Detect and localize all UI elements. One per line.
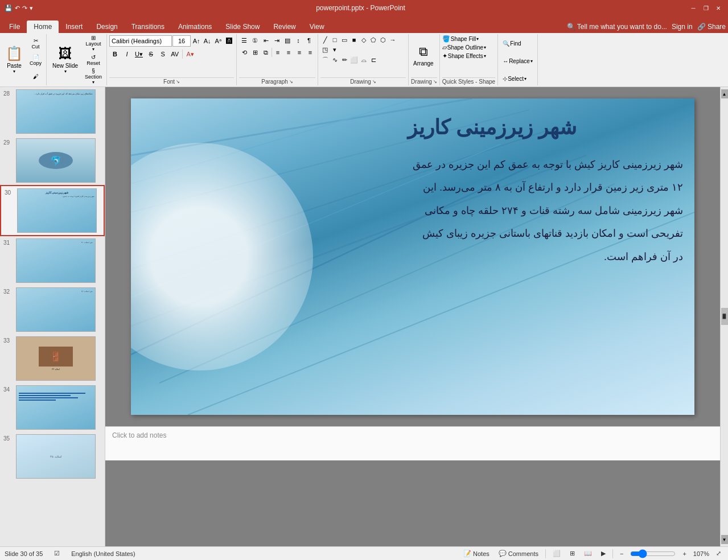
slide-thumb-28[interactable]: نشانه‌های زیر نشان می‌دهد که این جزیره د… xyxy=(16,89,96,134)
restore-button[interactable]: ❐ xyxy=(701,3,711,13)
shape-outline-dropdown[interactable]: ▾ xyxy=(484,45,486,50)
slide-item-34[interactable]: 34 xyxy=(0,383,105,432)
arrange-button[interactable]: ⧉ Arrange xyxy=(411,38,436,73)
font-size-input[interactable] xyxy=(172,35,191,47)
slide-item-28[interactable]: 28 نشانه‌های زیر نشان می‌دهد که این جزیر… xyxy=(0,87,105,136)
share-button[interactable]: 🔗 Share xyxy=(697,23,726,31)
tab-home[interactable]: Home xyxy=(27,20,59,33)
hexagon-shape[interactable]: ⬡ xyxy=(379,35,388,44)
slide-thumb-32[interactable]: متن اسلاید ۳۲ xyxy=(16,287,96,332)
rect2-shape[interactable]: ■ xyxy=(349,35,359,44)
italic-button[interactable]: I xyxy=(121,48,133,60)
tab-insert[interactable]: Insert xyxy=(59,20,89,33)
arc-shape[interactable]: ⌒ xyxy=(320,55,330,64)
minimize-button[interactable]: ─ xyxy=(688,3,698,13)
paste-button[interactable]: 📋 Paste ▾ xyxy=(2,42,26,77)
new-slide-dropdown-icon[interactable]: ▾ xyxy=(64,69,67,74)
convert-smartart-button[interactable]: ⧉ xyxy=(261,47,271,57)
paragraph-direction-button[interactable]: ¶ xyxy=(304,35,314,46)
layout-button[interactable]: ⊞ Layout ▾ xyxy=(83,35,104,51)
redo-icon[interactable]: ↷ xyxy=(22,5,27,12)
accessibility-button[interactable]: ☑ xyxy=(52,549,62,558)
layout-dropdown[interactable]: ▾ xyxy=(92,47,94,52)
textbox-shape[interactable]: ⬜ xyxy=(349,55,359,64)
text-direction-button[interactable]: ⟲ xyxy=(239,47,249,57)
slide-thumb-34[interactable] xyxy=(16,385,96,430)
slide-thumb-30[interactable]: شهر زیرزمینی کاریز شهر زیرزمینی کاریز کی… xyxy=(17,188,97,233)
tab-transitions[interactable]: Transitions xyxy=(125,20,171,33)
rounded-rect-shape[interactable]: ▭ xyxy=(340,35,349,44)
rect-shape[interactable]: □ xyxy=(330,35,339,44)
select-dropdown[interactable]: ▾ xyxy=(524,76,527,81)
right-scrollbar[interactable]: ▲ ▓ ▼ xyxy=(720,87,728,546)
normal-view-button[interactable]: ⬜ xyxy=(550,549,563,558)
find-button[interactable]: 🔍 Find xyxy=(500,35,523,51)
comments-button[interactable]: 💬 Comments xyxy=(496,549,541,558)
text-shadow-button[interactable]: S xyxy=(157,48,168,60)
slide-item-29[interactable]: 29 🐬 xyxy=(0,136,105,185)
slideshow-button[interactable]: ▶ xyxy=(599,549,608,558)
cut-button[interactable]: ✂ Cut xyxy=(27,35,44,51)
quick-access-toolbar[interactable]: 💾 ↶ ↷ ▾ xyxy=(5,5,33,12)
replace-button[interactable]: ↔ Replace ▾ xyxy=(500,53,535,69)
freeform-shape[interactable]: ✏ xyxy=(340,55,349,64)
line-spacing-button[interactable]: ↕ xyxy=(293,35,303,46)
scroll-down-button[interactable]: ▼ xyxy=(721,535,728,544)
align-center-button[interactable]: ≡ xyxy=(283,47,294,57)
tab-view[interactable]: View xyxy=(303,20,331,33)
reading-view-button[interactable]: 📖 xyxy=(582,549,594,558)
tab-file[interactable]: File xyxy=(2,20,27,33)
drawing-expand-icon[interactable]: ↘ xyxy=(372,79,376,84)
line-shape[interactable]: ╱ xyxy=(320,35,330,44)
bold-button[interactable]: B xyxy=(109,48,121,60)
more-shapes-button[interactable]: ▾ xyxy=(330,45,339,54)
justify-button[interactable]: ≡ xyxy=(305,47,315,57)
underline-button[interactable]: U▾ xyxy=(133,48,145,60)
slide-thumb-29[interactable]: 🐬 xyxy=(16,138,96,183)
sign-in-area[interactable]: 🔍 Tell me what you want to do... Sign in… xyxy=(567,23,726,33)
slide-thumb-33[interactable]: 🚪 اسلاید ۳۳ xyxy=(16,336,96,381)
tab-design[interactable]: Design xyxy=(89,20,124,33)
save-icon[interactable]: 💾 xyxy=(5,5,13,12)
slide-item-31[interactable]: 31 متن اسلاید ۳۱ xyxy=(0,236,105,285)
section-dropdown[interactable]: ▾ xyxy=(92,80,94,85)
column-button[interactable]: ▤ xyxy=(282,35,293,46)
slide-item-33[interactable]: 33 🚪 اسلاید ۳۳ xyxy=(0,334,105,383)
section-button[interactable]: § Section ▾ xyxy=(83,68,104,84)
scroll-thumb[interactable]: ▓ xyxy=(721,308,728,325)
change-case-button[interactable]: Aᵃ xyxy=(213,36,223,46)
font-name-input[interactable] xyxy=(109,35,172,47)
diamond-shape[interactable]: ◇ xyxy=(359,35,368,44)
curve-shape[interactable]: ∿ xyxy=(330,55,339,64)
font-color-button[interactable]: A▾ xyxy=(184,48,196,60)
shape-fill-label[interactable]: Shape Fill xyxy=(451,36,476,42)
clear-formatting-button[interactable]: 🅰 xyxy=(224,36,234,46)
font-size-decrease-button[interactable]: A↓ xyxy=(202,36,212,46)
arrow-shape[interactable]: → xyxy=(388,35,397,44)
slide-item-35[interactable]: 35 اسلاید ۳۵ xyxy=(0,432,105,481)
tab-animations[interactable]: Animations xyxy=(171,20,219,33)
zoom-in-button[interactable]: + xyxy=(680,549,688,558)
undo-icon[interactable]: ↶ xyxy=(15,5,20,12)
shape-outline-label[interactable]: Shape Outline xyxy=(447,44,483,51)
window-controls[interactable]: ─ ❐ ✕ xyxy=(688,3,723,13)
new-slide-button[interactable]: 🖼 New Slide ▾ xyxy=(49,42,81,77)
format-painter-button[interactable]: 🖌 xyxy=(27,68,44,84)
notes-area[interactable]: Click to add notes xyxy=(105,426,720,460)
shape-effects-label[interactable]: Shape Effects xyxy=(448,53,483,59)
font-size-increase-button[interactable]: A↑ xyxy=(191,36,201,46)
char-spacing-button[interactable]: AV xyxy=(169,48,180,60)
fit-window-button[interactable]: ⤢ xyxy=(714,549,723,558)
shape-effects-dropdown[interactable]: ▾ xyxy=(484,53,486,59)
align-right-button[interactable]: ≡ xyxy=(294,47,305,57)
shape-extra1[interactable]: ⌓ xyxy=(359,55,368,64)
close-button[interactable]: ✕ xyxy=(713,3,723,13)
reset-button[interactable]: ↺ Reset xyxy=(83,52,104,68)
slide-body[interactable]: شهر زیرزمینی کاریز کیش با توجه به عمق کم… xyxy=(159,155,683,270)
slide-item-32[interactable]: 32 متن اسلاید ۳۲ xyxy=(0,285,105,334)
zoom-slider[interactable] xyxy=(630,549,676,558)
align-text-button[interactable]: ⊞ xyxy=(250,47,260,57)
arrange-expand-icon[interactable]: ↘ xyxy=(433,79,437,84)
copy-button[interactable]: 📄 Copy xyxy=(27,52,44,68)
font-expand-icon[interactable]: ↘ xyxy=(176,79,180,84)
